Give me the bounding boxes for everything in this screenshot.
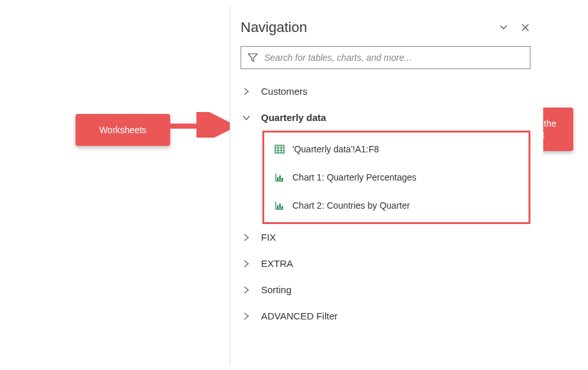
tree-children-quarterly: 'Quarterly data'!A1:F8 Chart 1: Quarterl… — [230, 131, 543, 224]
chevron-right-icon — [242, 233, 251, 242]
child-label: Chart 2: Countries by Quarter — [292, 200, 410, 211]
tree-item-customers[interactable]: Customers — [230, 78, 543, 104]
svg-rect-13 — [282, 178, 283, 181]
svg-rect-18 — [282, 206, 283, 209]
arrow-right-icon — [166, 112, 237, 138]
svg-rect-12 — [280, 175, 281, 181]
tree-root: Customers Quarterly data — [230, 74, 543, 329]
chart-icon — [274, 200, 285, 211]
child-label: Chart 1: Quarterly Percentages — [292, 172, 417, 182]
svg-rect-11 — [277, 177, 278, 181]
close-icon — [521, 23, 530, 32]
child-label: 'Quarterly data'!A1:F8 — [292, 144, 379, 154]
tree-label: Quarterly data — [261, 112, 326, 123]
chevron-right-icon — [242, 312, 251, 321]
panel-actions — [498, 22, 530, 33]
panel-header: Navigation — [230, 19, 543, 41]
child-item-chart-1[interactable]: Chart 1: Quarterly Percentages — [269, 163, 523, 191]
search-box[interactable] — [241, 46, 530, 69]
panel-title: Navigation — [241, 19, 307, 36]
chevron-right-icon — [242, 286, 251, 294]
search-input[interactable] — [264, 52, 523, 63]
svg-rect-4 — [275, 145, 284, 153]
tree-item-advanced-filter[interactable]: ADVANCED Filter — [230, 303, 543, 329]
tree-label: EXTRA — [261, 258, 293, 269]
tree-label: FIX — [261, 232, 276, 243]
tree-label: Sorting — [261, 284, 292, 295]
tree-item-fix[interactable]: FIX — [230, 224, 543, 250]
chevron-down-icon — [499, 23, 508, 32]
callout-worksheets-text: Worksheets — [99, 125, 147, 135]
chart-icon — [274, 172, 285, 182]
close-button[interactable] — [520, 22, 530, 33]
callout-worksheets: Worksheets — [75, 114, 170, 146]
child-item-chart-2[interactable]: Chart 2: Countries by Quarter — [269, 191, 523, 220]
chevron-right-icon — [242, 259, 251, 268]
tree-item-extra[interactable]: EXTRA — [230, 250, 543, 277]
navigation-panel: Navigation Customers Quarterly da — [230, 6, 543, 365]
table-icon — [274, 144, 285, 154]
chevron-down-icon — [242, 113, 251, 122]
tree-item-sorting[interactable]: Sorting — [230, 277, 543, 303]
tree-item-quarterly-data[interactable]: Quarterly data — [230, 104, 543, 131]
highlight-box: 'Quarterly data'!A1:F8 Chart 1: Quarterl… — [262, 131, 530, 224]
child-item-range[interactable]: 'Quarterly data'!A1:F8 — [269, 135, 523, 163]
tree-label: Customers — [261, 86, 308, 97]
svg-rect-16 — [277, 205, 278, 209]
collapse-button[interactable] — [498, 22, 509, 33]
chevron-right-icon — [242, 87, 251, 96]
filter-icon — [248, 52, 258, 63]
tree-label: ADVANCED Filter — [261, 310, 338, 321]
svg-rect-17 — [280, 204, 281, 209]
